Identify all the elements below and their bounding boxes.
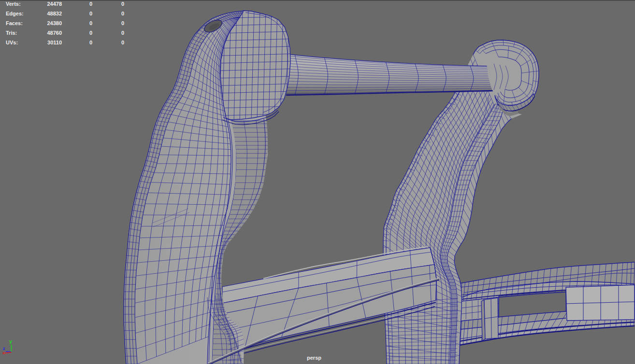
svg-text:y: y [9, 338, 13, 344]
svg-text:x: x [2, 350, 5, 355]
